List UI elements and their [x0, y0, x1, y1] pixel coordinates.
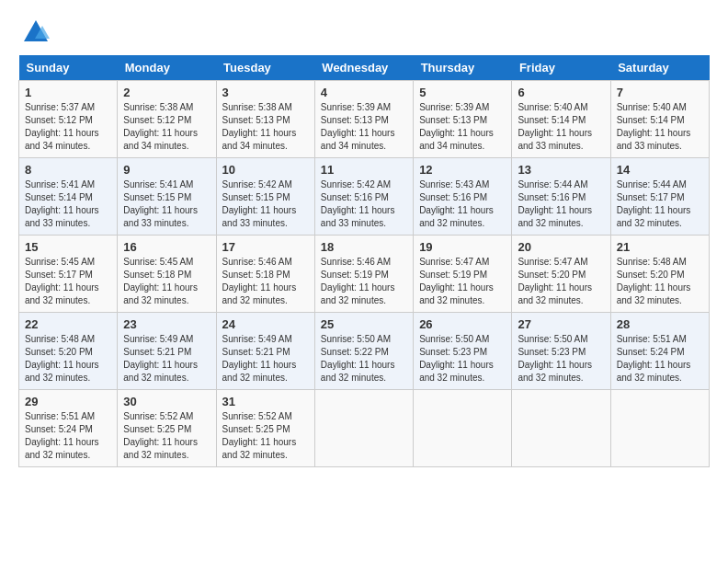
day-info: Sunrise: 5:52 AM Sunset: 5:25 PM Dayligh… — [222, 410, 309, 462]
calendar-cell: 8Sunrise: 5:41 AM Sunset: 5:14 PM Daylig… — [19, 158, 118, 236]
calendar-cell: 5Sunrise: 5:39 AM Sunset: 5:13 PM Daylig… — [414, 81, 512, 158]
day-info: Sunrise: 5:41 AM Sunset: 5:14 PM Dayligh… — [25, 178, 111, 230]
calendar-cell: 28Sunrise: 5:51 AM Sunset: 5:24 PM Dayli… — [610, 313, 709, 390]
day-info: Sunrise: 5:44 AM Sunset: 5:17 PM Dayligh… — [617, 178, 703, 230]
day-info: Sunrise: 5:43 AM Sunset: 5:16 PM Dayligh… — [419, 178, 506, 230]
day-number: 25 — [321, 317, 407, 331]
weekday-header-thursday: Thursday — [414, 55, 512, 81]
day-info: Sunrise: 5:47 AM Sunset: 5:20 PM Dayligh… — [518, 256, 604, 307]
day-info: Sunrise: 5:40 AM Sunset: 5:14 PM Dayligh… — [617, 101, 703, 153]
calendar-cell: 27Sunrise: 5:50 AM Sunset: 5:23 PM Dayli… — [512, 313, 610, 390]
calendar-cell: 30Sunrise: 5:52 AM Sunset: 5:25 PM Dayli… — [118, 390, 216, 467]
calendar-cell: 4Sunrise: 5:39 AM Sunset: 5:13 PM Daylig… — [314, 81, 413, 158]
calendar-cell — [314, 390, 413, 467]
calendar-cell: 13Sunrise: 5:44 AM Sunset: 5:16 PM Dayli… — [512, 158, 610, 236]
calendar-week-row: 8Sunrise: 5:41 AM Sunset: 5:14 PM Daylig… — [19, 158, 710, 236]
day-info: Sunrise: 5:49 AM Sunset: 5:21 PM Dayligh… — [123, 333, 210, 385]
calendar-week-row: 29Sunrise: 5:51 AM Sunset: 5:24 PM Dayli… — [19, 390, 710, 467]
day-number: 18 — [321, 240, 407, 254]
day-info: Sunrise: 5:38 AM Sunset: 5:12 PM Dayligh… — [123, 101, 210, 153]
day-number: 2 — [123, 86, 210, 99]
calendar-cell: 10Sunrise: 5:42 AM Sunset: 5:15 PM Dayli… — [216, 158, 314, 236]
day-info: Sunrise: 5:50 AM Sunset: 5:22 PM Dayligh… — [321, 333, 407, 385]
day-number: 29 — [25, 395, 111, 408]
weekday-header-row: SundayMondayTuesdayWednesdayThursdayFrid… — [19, 55, 710, 81]
day-info: Sunrise: 5:40 AM Sunset: 5:14 PM Dayligh… — [518, 101, 604, 153]
calendar-cell: 1Sunrise: 5:37 AM Sunset: 5:12 PM Daylig… — [19, 81, 118, 158]
calendar-cell: 11Sunrise: 5:42 AM Sunset: 5:16 PM Dayli… — [314, 158, 413, 236]
day-number: 11 — [321, 163, 407, 177]
logo — [18, 18, 50, 46]
calendar-week-row: 15Sunrise: 5:45 AM Sunset: 5:17 PM Dayli… — [19, 236, 710, 313]
day-info: Sunrise: 5:49 AM Sunset: 5:21 PM Dayligh… — [222, 333, 309, 385]
calendar-cell: 9Sunrise: 5:41 AM Sunset: 5:15 PM Daylig… — [118, 158, 216, 236]
calendar-week-row: 22Sunrise: 5:48 AM Sunset: 5:20 PM Dayli… — [19, 313, 710, 390]
weekday-header-tuesday: Tuesday — [216, 55, 314, 81]
day-number: 10 — [222, 163, 309, 177]
day-number: 5 — [419, 86, 506, 99]
calendar-cell: 16Sunrise: 5:45 AM Sunset: 5:18 PM Dayli… — [118, 236, 216, 313]
day-number: 13 — [518, 163, 604, 177]
day-number: 6 — [518, 86, 604, 99]
day-number: 28 — [617, 317, 703, 331]
calendar-table: SundayMondayTuesdayWednesdayThursdayFrid… — [18, 55, 710, 467]
calendar-cell: 6Sunrise: 5:40 AM Sunset: 5:14 PM Daylig… — [512, 81, 610, 158]
day-number: 21 — [617, 240, 703, 254]
calendar-cell: 24Sunrise: 5:49 AM Sunset: 5:21 PM Dayli… — [216, 313, 314, 390]
calendar-week-row: 1Sunrise: 5:37 AM Sunset: 5:12 PM Daylig… — [19, 81, 710, 158]
day-info: Sunrise: 5:44 AM Sunset: 5:16 PM Dayligh… — [518, 178, 604, 230]
calendar-cell: 7Sunrise: 5:40 AM Sunset: 5:14 PM Daylig… — [610, 81, 709, 158]
calendar-cell — [610, 390, 709, 467]
day-number: 16 — [123, 240, 210, 254]
day-info: Sunrise: 5:42 AM Sunset: 5:16 PM Dayligh… — [321, 178, 407, 230]
day-number: 3 — [222, 86, 309, 99]
day-number: 26 — [419, 317, 506, 331]
day-number: 24 — [222, 317, 309, 331]
calendar-cell: 2Sunrise: 5:38 AM Sunset: 5:12 PM Daylig… — [118, 81, 216, 158]
day-info: Sunrise: 5:42 AM Sunset: 5:15 PM Dayligh… — [222, 178, 309, 230]
page-header — [18, 18, 710, 46]
day-number: 9 — [123, 163, 210, 177]
day-info: Sunrise: 5:38 AM Sunset: 5:13 PM Dayligh… — [222, 101, 309, 153]
day-number: 27 — [518, 317, 604, 331]
day-number: 17 — [222, 240, 309, 254]
day-number: 22 — [25, 317, 111, 331]
day-info: Sunrise: 5:39 AM Sunset: 5:13 PM Dayligh… — [419, 101, 506, 153]
calendar-cell: 15Sunrise: 5:45 AM Sunset: 5:17 PM Dayli… — [19, 236, 118, 313]
day-info: Sunrise: 5:45 AM Sunset: 5:17 PM Dayligh… — [25, 256, 111, 307]
day-info: Sunrise: 5:52 AM Sunset: 5:25 PM Dayligh… — [123, 410, 210, 462]
day-info: Sunrise: 5:48 AM Sunset: 5:20 PM Dayligh… — [617, 256, 703, 307]
day-info: Sunrise: 5:41 AM Sunset: 5:15 PM Dayligh… — [123, 178, 210, 230]
day-info: Sunrise: 5:51 AM Sunset: 5:24 PM Dayligh… — [25, 410, 111, 462]
day-number: 7 — [617, 86, 703, 99]
calendar-cell: 14Sunrise: 5:44 AM Sunset: 5:17 PM Dayli… — [610, 158, 709, 236]
calendar-cell: 23Sunrise: 5:49 AM Sunset: 5:21 PM Dayli… — [118, 313, 216, 390]
logo-icon — [22, 18, 50, 46]
calendar-cell: 29Sunrise: 5:51 AM Sunset: 5:24 PM Dayli… — [19, 390, 118, 467]
day-info: Sunrise: 5:39 AM Sunset: 5:13 PM Dayligh… — [321, 101, 407, 153]
day-number: 31 — [222, 395, 309, 408]
calendar-cell: 21Sunrise: 5:48 AM Sunset: 5:20 PM Dayli… — [610, 236, 709, 313]
calendar-cell: 18Sunrise: 5:46 AM Sunset: 5:19 PM Dayli… — [314, 236, 413, 313]
day-info: Sunrise: 5:46 AM Sunset: 5:18 PM Dayligh… — [222, 256, 309, 307]
calendar-cell: 22Sunrise: 5:48 AM Sunset: 5:20 PM Dayli… — [19, 313, 118, 390]
calendar-cell — [512, 390, 610, 467]
calendar-cell: 19Sunrise: 5:47 AM Sunset: 5:19 PM Dayli… — [414, 236, 512, 313]
calendar-cell: 25Sunrise: 5:50 AM Sunset: 5:22 PM Dayli… — [314, 313, 413, 390]
day-info: Sunrise: 5:45 AM Sunset: 5:18 PM Dayligh… — [123, 256, 210, 307]
day-number: 20 — [518, 240, 604, 254]
calendar-cell: 12Sunrise: 5:43 AM Sunset: 5:16 PM Dayli… — [414, 158, 512, 236]
weekday-header-sunday: Sunday — [19, 55, 118, 81]
day-info: Sunrise: 5:50 AM Sunset: 5:23 PM Dayligh… — [518, 333, 604, 385]
weekday-header-monday: Monday — [118, 55, 216, 81]
day-number: 19 — [419, 240, 506, 254]
weekday-header-friday: Friday — [512, 55, 610, 81]
day-info: Sunrise: 5:47 AM Sunset: 5:19 PM Dayligh… — [419, 256, 506, 307]
day-number: 1 — [25, 86, 111, 99]
day-number: 23 — [123, 317, 210, 331]
calendar-cell: 31Sunrise: 5:52 AM Sunset: 5:25 PM Dayli… — [216, 390, 314, 467]
day-number: 15 — [25, 240, 111, 254]
day-number: 8 — [25, 163, 111, 177]
calendar-cell: 3Sunrise: 5:38 AM Sunset: 5:13 PM Daylig… — [216, 81, 314, 158]
day-number: 30 — [123, 395, 210, 408]
